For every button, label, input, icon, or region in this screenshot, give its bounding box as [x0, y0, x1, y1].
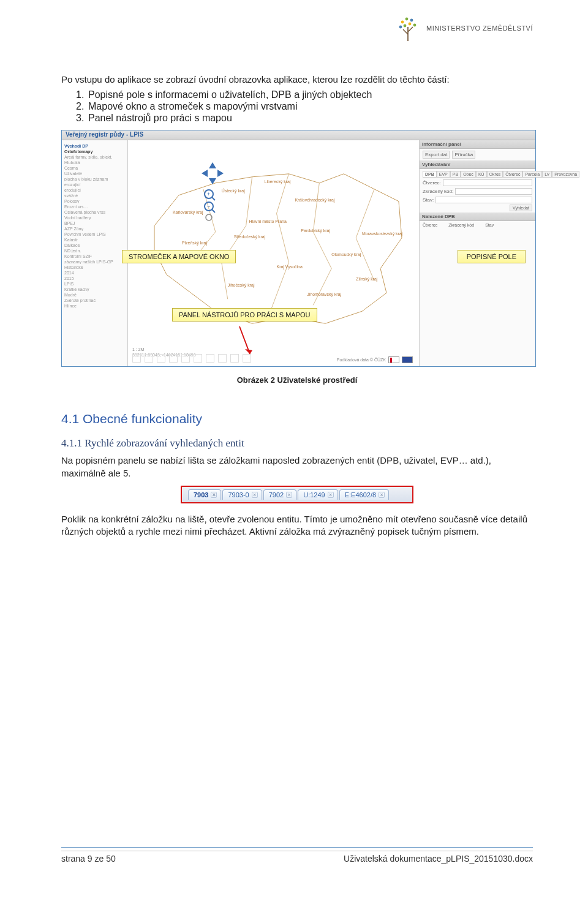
svg-point-3 [401, 21, 404, 24]
svg-line-1 [403, 29, 408, 34]
callout-info-panel: POPISNÉ POLE [458, 250, 526, 263]
para-description: Na popisném panelu se nabízí lišta se zá… [61, 454, 533, 480]
svg-point-8 [409, 23, 412, 26]
svg-point-4 [405, 18, 409, 21]
svg-text:Karlovarský kraj: Karlovarský kraj [173, 210, 203, 215]
svg-point-9 [404, 24, 407, 28]
eu-flag-icon [402, 356, 413, 363]
close-icon[interactable]: × [379, 492, 385, 498]
intro-text: Po vstupu do aplikace se zobrazí úvodní … [61, 73, 533, 86]
svg-text:+: + [207, 191, 210, 197]
tab-chip[interactable]: 7903-0× [222, 489, 262, 500]
manual-button[interactable]: Příručka [452, 151, 475, 159]
tree-icon [394, 15, 421, 42]
close-icon[interactable]: × [328, 492, 334, 498]
list-item-1: Popisné pole s informacemi o uživatelích… [88, 89, 372, 100]
doc-filename: Uživatelská dokumentace_pLPIS_20151030.d… [344, 854, 533, 864]
svg-line-29 [212, 197, 215, 200]
heading-4-1-1: 4.1.1 Rychlé zobrazování vyhledaných ent… [61, 437, 533, 450]
ministry-name: MINISTERSTVO ZEMĚDĚLSTVÍ [426, 24, 533, 32]
svg-marker-25 [209, 178, 216, 184]
scale-readout: 1 : 2M [132, 347, 144, 352]
tab-chip[interactable]: E:E4602/8× [339, 489, 389, 500]
svg-line-32 [212, 209, 215, 213]
svg-text:−: − [207, 203, 210, 209]
page-footer: strana 9 ze 50 Uživatelská dokumentace_p… [61, 851, 533, 864]
ministry-logo: MINISTERSTVO ZEMĚDĚLSTVÍ [394, 15, 533, 42]
attribution: Podkladová data © ČÚZK [337, 356, 413, 363]
para-explanation: Poklik na konkrétní záložku na liště, ot… [61, 513, 533, 538]
toolbar-bottom[interactable] [132, 354, 251, 363]
svg-marker-27 [217, 170, 224, 177]
svg-point-6 [413, 24, 417, 27]
app-title: Veřejný registr půdy - LPIS [62, 130, 535, 140]
svg-point-34 [206, 214, 212, 220]
tab-chip[interactable]: 7903× [188, 489, 221, 500]
svg-marker-24 [209, 162, 216, 168]
svg-line-2 [408, 27, 413, 32]
arrow-icon [236, 323, 255, 360]
search-button[interactable]: Vyhledat [510, 205, 532, 211]
callout-toolbar: PANEL NÁSTROJŮ PRO PRÁCI S MAPOU [172, 308, 317, 322]
list-item-2: Mapové okno a stromeček s mapovými vrstv… [88, 101, 297, 111]
close-icon[interactable]: × [286, 492, 292, 498]
svg-marker-26 [202, 170, 208, 177]
entity-tabs-screenshot: 7903× 7903-0× 7902× U:1249× E:E4602/8× [181, 486, 413, 503]
tab-chip[interactable]: U:1249× [298, 489, 337, 500]
svg-point-5 [410, 19, 413, 22]
app-screenshot: Veřejný registr půdy - LPIS Východí DP O… [61, 130, 536, 367]
close-icon[interactable]: × [211, 492, 217, 498]
callout-tree-map: STROMEČEK A MAPOVÉ OKNO [122, 250, 236, 263]
svg-marker-36 [245, 349, 252, 354]
svg-point-7 [399, 26, 402, 29]
tab-chip[interactable]: 7902× [263, 489, 296, 500]
parts-list: 1.Popisné pole s informacemi o uživatelí… [61, 89, 533, 124]
layer-tree[interactable]: Východí DP Ortofotomapy Areál farmy, síd… [62, 140, 128, 366]
list-item-3: Panel nástrojů pro práci s mapou [88, 113, 232, 123]
zoom-control-icon[interactable]: + − [203, 188, 494, 414]
close-icon[interactable]: × [252, 492, 258, 498]
page-number: strana 9 ze 50 [61, 854, 116, 864]
export-button[interactable]: Export dat [423, 151, 450, 159]
